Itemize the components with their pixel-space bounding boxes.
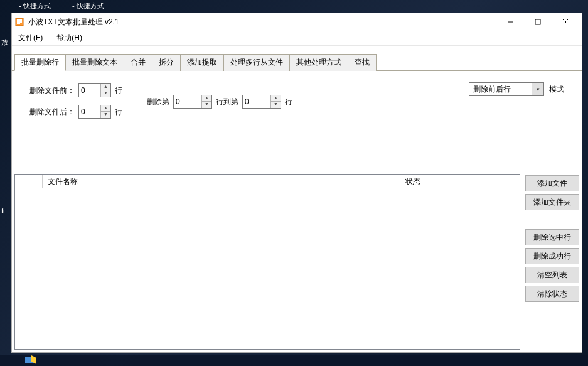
- lower-area: 文件名称 状态 添加文件 添加文件夹 删除选中行 删除成功行 清空列表 清除状态: [12, 171, 582, 352]
- spin-down-icon[interactable]: ▼: [101, 112, 110, 118]
- menu-file[interactable]: 文件(F): [16, 31, 45, 45]
- tab-find[interactable]: 查找: [348, 54, 377, 71]
- desktop-side-text-1: 放: [1, 38, 8, 47]
- tab-batch-delete-text[interactable]: 批量删除文本: [65, 54, 124, 71]
- chevron-down-icon[interactable]: ▾: [532, 83, 543, 95]
- tab-multiline-from-file[interactable]: 处理多行从文件: [223, 54, 290, 71]
- spinner-from-line[interactable]: ▲ ▼: [173, 95, 212, 109]
- label-line-3: 行: [285, 97, 292, 107]
- label-line-2: 行: [115, 107, 122, 117]
- tab-batch-delete-lines[interactable]: 批量删除行: [14, 54, 66, 71]
- minimize-button[interactable]: [496, 13, 524, 31]
- spinner-to-line[interactable]: ▲ ▼: [242, 95, 281, 109]
- tab-add-extract[interactable]: 添加提取: [180, 54, 224, 71]
- tab-bar: 批量删除行 批量删除文本 合并 拆分 添加提取 处理多行从文件 其他处理方式 查…: [12, 53, 582, 71]
- delete-success-button[interactable]: 删除成功行: [525, 248, 579, 264]
- spin-down-icon[interactable]: ▼: [101, 90, 110, 97]
- spin-up-icon[interactable]: ▲: [101, 84, 110, 90]
- table-body[interactable]: [15, 188, 520, 349]
- desktop-shortcut-2[interactable]: - 快捷方式: [72, 1, 104, 11]
- app-icon: [14, 17, 24, 27]
- spin-down-icon[interactable]: ▼: [202, 102, 211, 108]
- label-line-1: 行: [115, 85, 122, 96]
- titlebar[interactable]: 小波TXT文本批量处理 v2.1: [12, 13, 582, 31]
- file-table[interactable]: 文件名称 状态: [14, 174, 520, 350]
- svg-rect-2: [17, 21, 22, 23]
- menubar: 文件(F) 帮助(H): [12, 31, 582, 46]
- taskbar-app-icon[interactable]: [25, 355, 38, 365]
- clear-list-button[interactable]: 清空列表: [525, 267, 579, 283]
- svg-rect-5: [535, 19, 540, 24]
- label-delete-before: 删除文件前：: [29, 85, 75, 96]
- clear-status-button[interactable]: 清除状态: [525, 286, 579, 302]
- svg-rect-3: [17, 23, 20, 24]
- column-checkbox[interactable]: [15, 175, 43, 188]
- desktop-side-text-2: ft: [1, 207, 5, 215]
- spin-up-icon[interactable]: ▲: [202, 95, 211, 102]
- desktop-shortcut-1[interactable]: - 快捷方式: [19, 1, 51, 11]
- label-delete-after: 删除文件后：: [29, 107, 75, 117]
- tab-split[interactable]: 拆分: [152, 54, 181, 71]
- mode-select-value: 删除前后行: [469, 84, 532, 95]
- input-delete-before[interactable]: [79, 85, 100, 96]
- menu-help[interactable]: 帮助(H): [54, 31, 85, 45]
- add-folder-button[interactable]: 添加文件夹: [525, 194, 579, 210]
- delete-selected-button[interactable]: 删除选中行: [525, 229, 579, 245]
- app-window: 小波TXT文本批量处理 v2.1 文件(F) 帮助(H) 批量删除行 批量删除文…: [11, 13, 582, 353]
- table-header: 文件名称 状态: [15, 175, 520, 188]
- label-to-nth: 行到第: [216, 97, 238, 107]
- tab-merge[interactable]: 合并: [124, 54, 152, 71]
- label-mode: 模式: [549, 84, 564, 95]
- input-to-line[interactable]: [243, 96, 270, 107]
- input-delete-after[interactable]: [79, 106, 100, 117]
- window-title: 小波TXT文本批量处理 v2.1: [28, 17, 496, 28]
- spin-down-icon[interactable]: ▼: [271, 102, 281, 108]
- input-from-line[interactable]: [174, 96, 201, 107]
- taskbar[interactable]: [0, 355, 588, 366]
- side-button-panel: 添加文件 添加文件夹 删除选中行 删除成功行 清空列表 清除状态: [525, 174, 579, 350]
- label-delete-nth: 删除第: [147, 97, 169, 107]
- spinner-delete-after[interactable]: ▲ ▼: [78, 105, 111, 119]
- spinner-delete-before[interactable]: ▲ ▼: [78, 83, 111, 97]
- mode-select[interactable]: 删除前后行 ▾: [469, 82, 544, 96]
- tab-other-methods[interactable]: 其他处理方式: [289, 54, 348, 71]
- column-filename[interactable]: 文件名称: [43, 175, 400, 188]
- spin-up-icon[interactable]: ▲: [271, 95, 281, 102]
- tab-panel: 删除文件前： ▲ ▼ 行 删除文件后： ▲ ▼: [12, 71, 582, 171]
- maximize-button[interactable]: [524, 13, 552, 31]
- svg-rect-1: [17, 19, 22, 21]
- add-file-button[interactable]: 添加文件: [525, 175, 579, 191]
- spin-up-icon[interactable]: ▲: [101, 105, 110, 112]
- close-button[interactable]: [552, 13, 579, 31]
- column-status[interactable]: 状态: [400, 175, 520, 188]
